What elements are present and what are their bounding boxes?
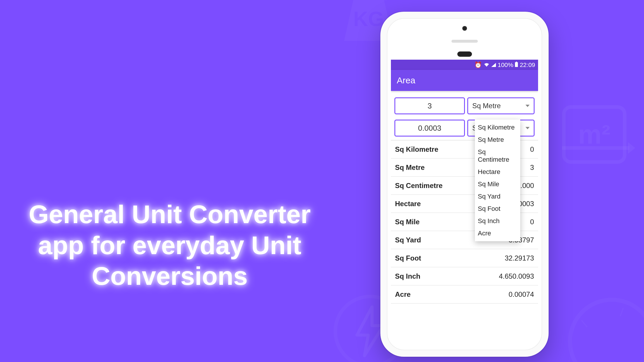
source-unit-label: Sq Metre	[472, 102, 501, 110]
dropdown-item[interactable]: Sq Inch	[475, 215, 520, 227]
result-value: 0	[530, 218, 534, 226]
source-unit-select[interactable]: Sq Metre	[467, 97, 535, 114]
result-unit: Acre	[395, 290, 411, 299]
dropdown-item[interactable]: Hectare	[475, 166, 520, 178]
status-icons: ⏰	[474, 61, 496, 68]
dropdown-item[interactable]: Sq Kilometre	[475, 121, 520, 134]
phone-camera	[462, 26, 467, 31]
chevron-down-icon	[525, 105, 530, 107]
dropdown-item[interactable]: Sq Centimetre	[475, 146, 520, 166]
marketing-headline: General Unit Converter app for everyday …	[23, 199, 316, 292]
status-bar: ⏰ 100% 22:09	[391, 60, 538, 70]
result-row: Sq Inch4.650.0093	[391, 267, 538, 285]
page-title: Area	[397, 75, 415, 85]
result-unit: Sq Metre	[395, 163, 425, 172]
result-row: Acre0.00074	[391, 285, 538, 304]
dropdown-item[interactable]: Sq Mile	[475, 178, 520, 190]
status-time: 22:09	[520, 61, 535, 68]
battery-pct: 100%	[498, 61, 514, 68]
kg-weight-label: KG	[353, 7, 384, 31]
result-unit: Sq Inch	[395, 272, 420, 280]
result-value: 0.00074	[509, 290, 534, 299]
phone-mockup: ⏰ 100% 22:09 Area 3	[380, 12, 549, 357]
alarm-icon: ⏰	[474, 61, 482, 68]
svg-rect-0	[515, 62, 518, 67]
gauge-icon	[568, 298, 644, 362]
result-unit: Hectare	[395, 200, 421, 208]
unit-dropdown-menu: Sq Kilometre Sq Metre Sq Centimetre Hect…	[475, 120, 520, 241]
m2-arrow-icon	[562, 146, 629, 150]
phone-speaker	[451, 40, 478, 43]
result-unit: Sq Centimetre	[395, 182, 443, 190]
m2-label: m²	[578, 120, 610, 150]
svg-rect-1	[516, 62, 517, 62]
dropdown-item[interactable]: Acre	[475, 227, 520, 239]
battery-icon	[515, 61, 518, 68]
result-unit: Sq Kilometre	[395, 145, 438, 154]
app-bar: Area	[391, 70, 538, 91]
dropdown-item[interactable]: Sq Yard	[475, 190, 520, 203]
result-value: 4.650.0093	[499, 272, 534, 280]
source-value-input[interactable]: 3	[394, 97, 465, 114]
phone-pill	[457, 51, 472, 57]
chevron-down-icon	[525, 127, 530, 129]
signal-icon	[491, 61, 496, 68]
m2-icon: m²	[562, 105, 626, 164]
target-value-input[interactable]: 0.0003	[394, 120, 465, 137]
result-unit: Sq Yard	[395, 236, 421, 244]
dropdown-item[interactable]: Sq Metre	[475, 134, 520, 146]
phone-screen: ⏰ 100% 22:09 Area 3	[391, 60, 538, 309]
result-row: Sq Foot32.29173	[391, 249, 538, 267]
wifi-icon	[484, 61, 489, 68]
result-unit: Sq Mile	[395, 218, 420, 226]
result-value: 3	[530, 163, 534, 172]
result-unit: Sq Foot	[395, 254, 421, 262]
dropdown-item[interactable]: Sq Foot	[475, 203, 520, 215]
result-value: 32.29173	[505, 254, 534, 262]
result-value: 0	[530, 145, 534, 154]
